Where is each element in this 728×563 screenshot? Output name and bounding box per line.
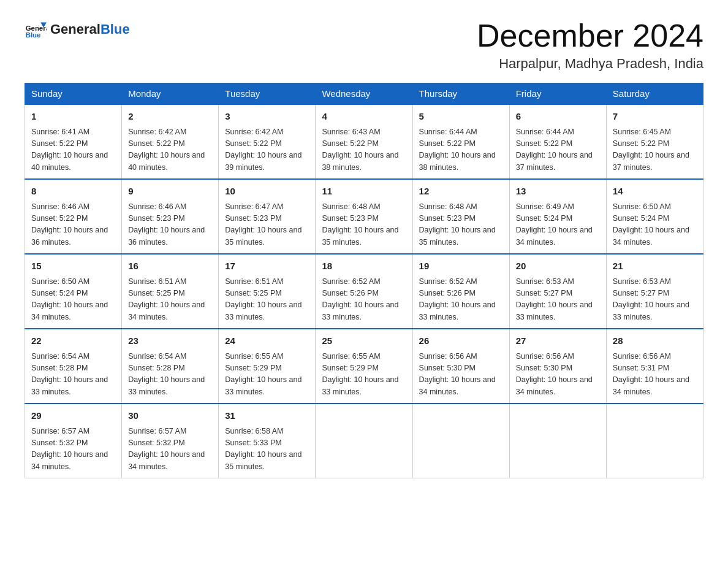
day-info: Sunrise: 6:43 AMSunset: 5:22 PMDaylight:… [322, 126, 406, 174]
day-number: 3 [225, 110, 309, 124]
day-info: Sunrise: 6:48 AMSunset: 5:23 PMDaylight:… [419, 201, 503, 249]
day-info: Sunrise: 6:51 AMSunset: 5:25 PMDaylight:… [128, 276, 212, 324]
day-info: Sunrise: 6:44 AMSunset: 5:22 PMDaylight:… [419, 126, 503, 174]
calendar-cell: 31 Sunrise: 6:58 AMSunset: 5:33 PMDaylig… [219, 404, 316, 478]
day-info: Sunrise: 6:56 AMSunset: 5:30 PMDaylight:… [516, 351, 600, 399]
day-info: Sunrise: 6:52 AMSunset: 5:26 PMDaylight:… [322, 276, 406, 324]
calendar-week-row: 8 Sunrise: 6:46 AMSunset: 5:22 PMDayligh… [25, 179, 703, 254]
day-number: 15 [31, 259, 115, 274]
calendar-cell: 25 Sunrise: 6:55 AMSunset: 5:29 PMDaylig… [316, 329, 412, 404]
day-info: Sunrise: 6:41 AMSunset: 5:22 PMDaylight:… [31, 126, 115, 174]
calendar-cell: 10 Sunrise: 6:47 AMSunset: 5:23 PMDaylig… [219, 179, 316, 254]
calendar-cell: 18 Sunrise: 6:52 AMSunset: 5:26 PMDaylig… [316, 254, 412, 329]
day-info: Sunrise: 6:44 AMSunset: 5:22 PMDaylight:… [516, 126, 600, 174]
calendar-cell: 1 Sunrise: 6:41 AMSunset: 5:22 PMDayligh… [25, 104, 122, 179]
day-info: Sunrise: 6:54 AMSunset: 5:28 PMDaylight:… [128, 351, 212, 399]
logo-general-text: General [50, 21, 100, 37]
calendar-cell: 3 Sunrise: 6:42 AMSunset: 5:22 PMDayligh… [219, 104, 316, 179]
day-info: Sunrise: 6:51 AMSunset: 5:25 PMDaylight:… [225, 276, 309, 324]
logo-blue-text: Blue [100, 21, 130, 37]
day-number: 13 [516, 185, 600, 199]
calendar-header-sunday: Sunday [25, 83, 122, 105]
calendar-cell: 30 Sunrise: 6:57 AMSunset: 5:32 PMDaylig… [122, 404, 219, 478]
calendar-week-row: 22 Sunrise: 6:54 AMSunset: 5:28 PMDaylig… [25, 329, 703, 404]
day-number: 31 [225, 409, 309, 423]
calendar-cell: 7 Sunrise: 6:45 AMSunset: 5:22 PMDayligh… [606, 104, 703, 179]
logo-icon: General Blue [25, 18, 47, 40]
svg-text:Blue: Blue [26, 31, 41, 39]
day-info: Sunrise: 6:56 AMSunset: 5:31 PMDaylight:… [613, 351, 697, 399]
day-info: Sunrise: 6:48 AMSunset: 5:23 PMDaylight:… [322, 201, 406, 249]
calendar-cell: 28 Sunrise: 6:56 AMSunset: 5:31 PMDaylig… [606, 329, 703, 404]
calendar-week-row: 29 Sunrise: 6:57 AMSunset: 5:32 PMDaylig… [25, 404, 703, 478]
day-info: Sunrise: 6:55 AMSunset: 5:29 PMDaylight:… [225, 351, 309, 399]
calendar-week-row: 1 Sunrise: 6:41 AMSunset: 5:22 PMDayligh… [25, 104, 703, 179]
day-number: 12 [419, 185, 503, 199]
calendar-cell: 15 Sunrise: 6:50 AMSunset: 5:24 PMDaylig… [25, 254, 122, 329]
calendar-cell: 29 Sunrise: 6:57 AMSunset: 5:32 PMDaylig… [25, 404, 122, 478]
day-info: Sunrise: 6:42 AMSunset: 5:22 PMDaylight:… [225, 126, 309, 174]
calendar-cell: 23 Sunrise: 6:54 AMSunset: 5:28 PMDaylig… [122, 329, 219, 404]
day-number: 22 [31, 334, 115, 348]
calendar-header-thursday: Thursday [412, 83, 509, 105]
day-number: 16 [128, 259, 212, 274]
day-info: Sunrise: 6:52 AMSunset: 5:26 PMDaylight:… [419, 276, 503, 324]
calendar-cell: 2 Sunrise: 6:42 AMSunset: 5:22 PMDayligh… [122, 104, 219, 179]
day-number: 1 [31, 110, 115, 124]
calendar-cell: 17 Sunrise: 6:51 AMSunset: 5:25 PMDaylig… [219, 254, 316, 329]
calendar-cell: 6 Sunrise: 6:44 AMSunset: 5:22 PMDayligh… [509, 104, 606, 179]
calendar-cell: 22 Sunrise: 6:54 AMSunset: 5:28 PMDaylig… [25, 329, 122, 404]
day-info: Sunrise: 6:54 AMSunset: 5:28 PMDaylight:… [31, 351, 115, 399]
calendar-cell: 11 Sunrise: 6:48 AMSunset: 5:23 PMDaylig… [316, 179, 412, 254]
day-number: 23 [128, 334, 212, 348]
day-number: 30 [128, 409, 212, 423]
calendar-header-saturday: Saturday [606, 83, 703, 105]
calendar-header-row: SundayMondayTuesdayWednesdayThursdayFrid… [25, 83, 703, 105]
page-header: General Blue GeneralBlue December 2024 H… [25, 18, 703, 72]
calendar-header-wednesday: Wednesday [316, 83, 412, 105]
calendar-cell: 27 Sunrise: 6:56 AMSunset: 5:30 PMDaylig… [509, 329, 606, 404]
day-number: 25 [322, 334, 406, 348]
day-number: 26 [419, 334, 503, 348]
calendar-cell: 5 Sunrise: 6:44 AMSunset: 5:22 PMDayligh… [412, 104, 509, 179]
day-number: 18 [322, 259, 406, 274]
calendar-cell [412, 404, 509, 478]
day-number: 28 [613, 334, 697, 348]
day-info: Sunrise: 6:55 AMSunset: 5:29 PMDaylight:… [322, 351, 406, 399]
day-info: Sunrise: 6:47 AMSunset: 5:23 PMDaylight:… [225, 201, 309, 249]
calendar-cell: 16 Sunrise: 6:51 AMSunset: 5:25 PMDaylig… [122, 254, 219, 329]
day-info: Sunrise: 6:56 AMSunset: 5:30 PMDaylight:… [419, 351, 503, 399]
day-info: Sunrise: 6:57 AMSunset: 5:32 PMDaylight:… [31, 426, 115, 473]
day-number: 2 [128, 110, 212, 124]
day-number: 14 [613, 185, 697, 199]
day-info: Sunrise: 6:58 AMSunset: 5:33 PMDaylight:… [225, 426, 309, 473]
day-info: Sunrise: 6:46 AMSunset: 5:22 PMDaylight:… [31, 201, 115, 249]
calendar-cell: 8 Sunrise: 6:46 AMSunset: 5:22 PMDayligh… [25, 179, 122, 254]
day-number: 8 [31, 185, 115, 199]
calendar-cell: 19 Sunrise: 6:52 AMSunset: 5:26 PMDaylig… [412, 254, 509, 329]
day-info: Sunrise: 6:57 AMSunset: 5:32 PMDaylight:… [128, 426, 212, 473]
calendar-cell [509, 404, 606, 478]
day-number: 20 [516, 259, 600, 274]
day-number: 11 [322, 185, 406, 199]
day-info: Sunrise: 6:53 AMSunset: 5:27 PMDaylight:… [613, 276, 697, 324]
calendar-cell: 21 Sunrise: 6:53 AMSunset: 5:27 PMDaylig… [606, 254, 703, 329]
calendar-cell: 24 Sunrise: 6:55 AMSunset: 5:29 PMDaylig… [219, 329, 316, 404]
calendar-cell [606, 404, 703, 478]
calendar-cell: 12 Sunrise: 6:48 AMSunset: 5:23 PMDaylig… [412, 179, 509, 254]
day-number: 6 [516, 110, 600, 124]
calendar-cell: 14 Sunrise: 6:50 AMSunset: 5:24 PMDaylig… [606, 179, 703, 254]
calendar-cell: 13 Sunrise: 6:49 AMSunset: 5:24 PMDaylig… [509, 179, 606, 254]
calendar-header-monday: Monday [122, 83, 219, 105]
day-number: 24 [225, 334, 309, 348]
calendar-header-tuesday: Tuesday [219, 83, 316, 105]
day-info: Sunrise: 6:53 AMSunset: 5:27 PMDaylight:… [516, 276, 600, 324]
day-number: 7 [613, 110, 697, 124]
day-number: 21 [613, 259, 697, 274]
day-number: 5 [419, 110, 503, 124]
calendar-table: SundayMondayTuesdayWednesdayThursdayFrid… [25, 83, 703, 478]
calendar-cell: 26 Sunrise: 6:56 AMSunset: 5:30 PMDaylig… [412, 329, 509, 404]
title-block: December 2024 Harpalpur, Madhya Pradesh,… [477, 18, 703, 72]
logo[interactable]: General Blue GeneralBlue [25, 18, 130, 40]
day-info: Sunrise: 6:42 AMSunset: 5:22 PMDaylight:… [128, 126, 212, 174]
